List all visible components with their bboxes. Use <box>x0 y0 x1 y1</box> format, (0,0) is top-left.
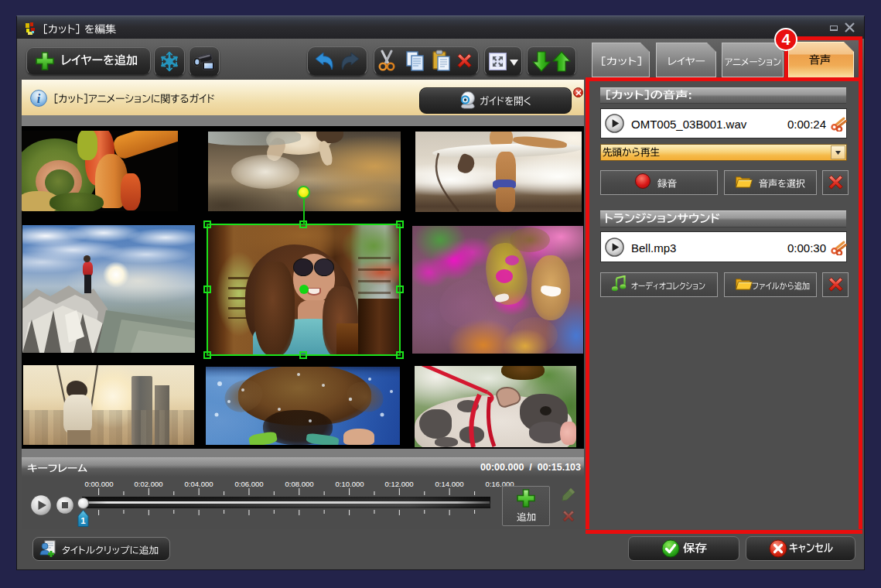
svg-text:1: 1 <box>80 516 86 525</box>
